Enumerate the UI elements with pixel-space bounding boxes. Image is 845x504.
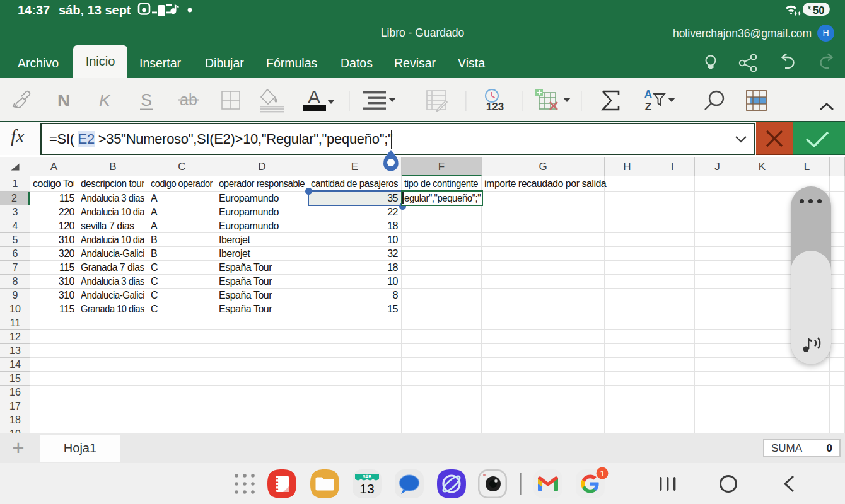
svg-text:A: A	[644, 88, 652, 100]
svg-text:S: S	[141, 91, 152, 110]
svg-text:N: N	[57, 91, 70, 110]
svg-text:Z: Z	[645, 101, 651, 113]
svg-text:50: 50	[813, 4, 824, 16]
svg-text:A: A	[308, 86, 320, 107]
svg-text:K: K	[99, 91, 112, 110]
svg-text:SÁB: SÁB	[363, 474, 371, 479]
svg-text:123: 123	[486, 101, 504, 113]
svg-text:13: 13	[359, 481, 374, 496]
svg-text:1: 1	[600, 469, 604, 478]
